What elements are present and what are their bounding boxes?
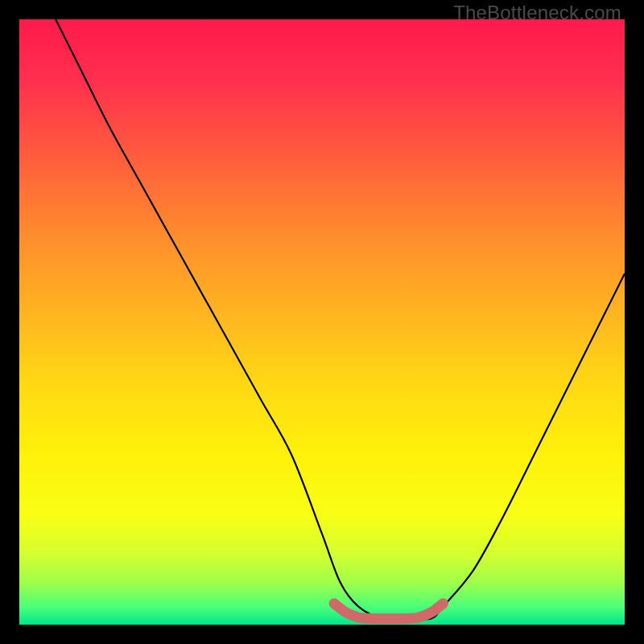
bottleneck-chart — [19, 19, 625, 625]
chart-frame — [19, 19, 625, 625]
